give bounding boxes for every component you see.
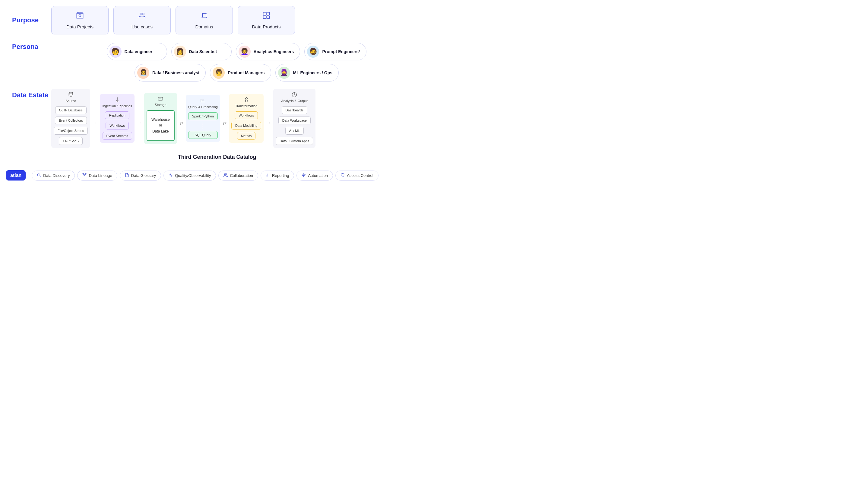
svg-rect-5	[263, 16, 266, 19]
source-title: Source	[65, 99, 76, 103]
ingestion-title: Ingestion / Pipelines	[102, 104, 132, 108]
catalog-pill-collaboration[interactable]: Collaboration	[218, 171, 258, 180]
storage-item-warehouse: WarehouseorData Lake	[147, 110, 175, 141]
svg-rect-15	[83, 173, 84, 174]
data-lineage-label: Data Lineage	[89, 173, 112, 178]
access-control-label: Access Control	[347, 173, 373, 178]
purpose-card-domains[interactable]: Domains	[176, 6, 233, 34]
ingestion-item-event-streams: Event Streams	[102, 132, 132, 140]
catalog-pills-container: Data Discovery Data Lineage Data Glossar…	[32, 171, 378, 180]
catalog-pill-data-glossary[interactable]: Data Glossary	[120, 171, 161, 180]
svg-rect-17	[84, 174, 85, 175]
purpose-card-domains-label: Domains	[195, 24, 213, 29]
purpose-section: Purpose Data Projects	[12, 6, 422, 34]
source-item-file: File/Object Stores	[54, 127, 88, 135]
query-dashed-line	[203, 122, 203, 128]
purpose-card-data-projects[interactable]: Data Projects	[51, 6, 108, 34]
svg-point-14	[38, 174, 40, 176]
estate-output-col: Analysis & Output Dashboards Data Worksp…	[273, 89, 315, 148]
ingestion-icon	[114, 97, 120, 103]
analytics-engineers-name: Analytics Engineers	[254, 49, 294, 54]
persona-row-1: 🧑 Data engineer 👩 Data Scientist 👩‍🦱 Ana…	[51, 43, 422, 60]
query-header: Query & Processing	[188, 98, 218, 109]
svg-point-11	[160, 98, 161, 99]
svg-rect-3	[263, 12, 266, 15]
catalog-pill-quality-observability[interactable]: Quality/Observability	[163, 171, 216, 180]
transform-header: Transformation	[231, 97, 261, 108]
svg-rect-4	[267, 12, 269, 15]
catalog-pill-access-control[interactable]: Access Control	[335, 171, 378, 180]
output-items: Dashboards Data Workspace AI / ML Data /…	[276, 106, 313, 145]
output-icon	[291, 92, 298, 98]
output-title: Analysis & Output	[281, 99, 308, 103]
output-item-ai-ml: AI / ML	[285, 127, 304, 135]
catalog-title: Third Generation Data Catalog	[12, 154, 422, 160]
source-header: Source	[54, 92, 88, 103]
ingestion-item-workflows: Workflows	[105, 122, 129, 130]
query-item-spark: Spark / Python	[188, 112, 218, 120]
persona-data-scientist[interactable]: 👩 Data Scientist	[171, 43, 231, 60]
persona-data-engineer[interactable]: 🧑 Data engineer	[107, 43, 167, 60]
svg-point-12	[245, 100, 247, 102]
persona-row-2: 👩‍💼 Data / Business analyst 👨 Product Ma…	[51, 64, 422, 82]
persona-cards-container: 🧑 Data engineer 👩 Data Scientist 👩‍🦱 Ana…	[51, 43, 422, 82]
query-items: Spark / Python SQL Query	[188, 112, 218, 139]
data-business-analyst-avatar: 👩‍💼	[137, 67, 149, 79]
data-scientist-avatar: 👩	[174, 46, 186, 58]
catalog-pill-data-discovery[interactable]: Data Discovery	[32, 171, 75, 180]
purpose-card-data-products[interactable]: Data Products	[238, 6, 295, 34]
estate-query-col: Query & Processing Spark / Python SQL Qu…	[186, 95, 220, 142]
query-icon	[200, 98, 206, 104]
data-projects-icon	[76, 11, 84, 22]
persona-ml-engineers[interactable]: 🧕 ML Engineers / Ops	[275, 64, 339, 82]
query-title: Query & Processing	[188, 105, 218, 109]
data-estate-section: Data Estate Source OLTP Database	[12, 89, 422, 148]
prompt-engineers-name: Prompt Engineers*	[322, 49, 360, 54]
bottom-bar: atlan Data Discovery Data Lineage Data G…	[0, 167, 434, 183]
arrow-storage-query: ⇄	[178, 120, 185, 126]
access-control-icon	[341, 173, 345, 178]
collaboration-label: Collaboration	[230, 173, 253, 178]
reporting-label: Reporting	[272, 173, 289, 178]
arrow-ingestion-storage: →	[136, 120, 143, 125]
purpose-card-use-cases[interactable]: Use cases	[114, 6, 171, 34]
automation-icon	[302, 173, 306, 178]
product-managers-avatar: 👨	[213, 67, 225, 79]
ingestion-header: Ingestion / Pipelines	[102, 97, 132, 108]
quality-observability-icon	[168, 173, 173, 178]
transform-item-metrics: Metrics	[237, 132, 255, 140]
query-item-sql: SQL Query	[188, 131, 218, 139]
persona-data-business-analyst[interactable]: 👩‍💼 Data / Business analyst	[134, 64, 206, 82]
data-discovery-label: Data Discovery	[43, 173, 70, 178]
data-lineage-icon	[82, 173, 87, 178]
estate-storage-col: Storage WarehouseorData Lake	[144, 93, 177, 144]
collaboration-icon	[223, 173, 228, 178]
output-header: Analysis & Output	[276, 92, 313, 103]
purpose-card-data-projects-label: Data Projects	[66, 24, 93, 29]
persona-product-managers[interactable]: 👨 Product Managers	[210, 64, 271, 82]
transform-title: Transformation	[235, 104, 257, 108]
estate-grid: Source OLTP Database Event Collectors Fi…	[51, 89, 422, 148]
svg-point-8	[117, 97, 118, 98]
reporting-icon	[266, 173, 270, 178]
transform-item-workflows: Workflows	[235, 111, 258, 119]
persona-prompt-engineers[interactable]: 🧔 Prompt Engineers*	[304, 43, 367, 60]
svg-point-10	[159, 98, 159, 99]
estate-transform-col: Transformation Workflows Data Modelling …	[229, 94, 264, 143]
source-item-oltp: OLTP Database	[55, 106, 87, 114]
prompt-engineers-avatar: 🧔	[307, 46, 319, 58]
svg-point-18	[224, 173, 226, 175]
catalog-pill-automation[interactable]: Automation	[297, 171, 333, 180]
data-estate-label: Data Estate	[12, 89, 51, 99]
arrow-query-transform: ⇄	[221, 120, 228, 126]
domains-icon	[200, 11, 208, 22]
data-engineer-name: Data engineer	[125, 49, 153, 54]
catalog-pill-data-lineage[interactable]: Data Lineage	[77, 171, 117, 180]
svg-point-0	[79, 15, 81, 17]
purpose-cards-container: Data Projects Use cases	[51, 6, 422, 34]
catalog-pill-reporting[interactable]: Reporting	[260, 171, 294, 180]
atlan-logo[interactable]: atlan	[6, 170, 26, 180]
persona-analytics-engineers[interactable]: 👩‍🦱 Analytics Engineers	[236, 43, 300, 60]
storage-items: WarehouseorData Lake	[147, 110, 175, 141]
storage-header: Storage	[147, 96, 175, 107]
